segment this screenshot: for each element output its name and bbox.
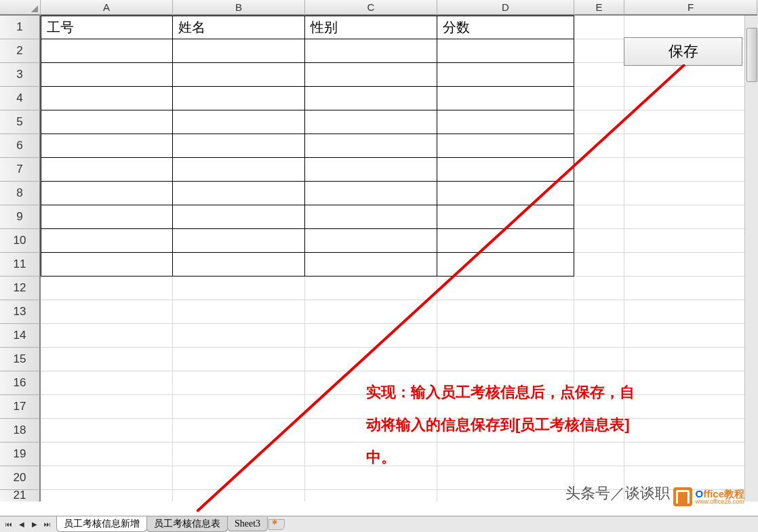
cell-B5[interactable] (173, 110, 305, 134)
cell-C1[interactable]: 性别 (305, 16, 437, 39)
row-header-6[interactable]: 6 (0, 134, 41, 158)
cell-A9[interactable] (41, 205, 173, 229)
cell-A16[interactable] (41, 371, 173, 395)
cell-B2[interactable] (173, 39, 305, 63)
row-header-20[interactable]: 20 (0, 466, 41, 490)
cell-D6[interactable] (437, 134, 574, 158)
cell-B8[interactable] (173, 182, 305, 205)
cell-C2[interactable] (305, 39, 437, 63)
cell-C6[interactable] (305, 134, 437, 158)
sheet-tab-2[interactable]: 员工考核信息表 (146, 516, 228, 532)
column-header-D[interactable]: D (437, 0, 574, 16)
scroll-thumb[interactable] (746, 28, 757, 82)
tab-nav-first[interactable]: ⏮ (3, 518, 15, 531)
cell-B16[interactable] (173, 371, 305, 395)
cell-D5[interactable] (437, 110, 574, 134)
cell-D13[interactable] (437, 300, 574, 324)
row-header-4[interactable]: 4 (0, 87, 41, 110)
cell-D8[interactable] (437, 182, 574, 205)
cell-E2[interactable] (574, 39, 624, 63)
cell-F17[interactable] (624, 395, 757, 419)
cell-F13[interactable] (624, 300, 757, 324)
row-header-16[interactable]: 16 (0, 371, 41, 395)
cell-B9[interactable] (173, 205, 305, 229)
column-header-A[interactable]: A (41, 0, 173, 16)
cell-A3[interactable] (41, 63, 173, 87)
cell-D7[interactable] (437, 158, 574, 182)
cell-D4[interactable] (437, 87, 574, 110)
row-header-1[interactable]: 1 (0, 16, 41, 39)
cell-F5[interactable] (624, 110, 757, 134)
cell-A10[interactable] (41, 229, 173, 253)
cell-B7[interactable] (173, 158, 305, 182)
cell-E10[interactable] (574, 229, 624, 253)
cell-D12[interactable] (437, 277, 574, 300)
cell-F4[interactable] (624, 87, 757, 110)
row-header-2[interactable]: 2 (0, 39, 41, 63)
cell-F11[interactable] (624, 253, 757, 277)
cell-A21[interactable] (41, 490, 173, 502)
cell-A5[interactable] (41, 110, 173, 134)
cell-B19[interactable] (173, 443, 305, 466)
cell-D9[interactable] (437, 205, 574, 229)
row-header-18[interactable]: 18 (0, 419, 41, 443)
row-header-19[interactable]: 19 (0, 443, 41, 466)
cell-B20[interactable] (173, 466, 305, 490)
row-header-17[interactable]: 17 (0, 395, 41, 419)
row-header-8[interactable]: 8 (0, 182, 41, 205)
cell-A7[interactable] (41, 158, 173, 182)
cell-E11[interactable] (574, 253, 624, 277)
cell-C15[interactable] (305, 348, 437, 371)
cell-B11[interactable] (173, 253, 305, 277)
cell-F19[interactable] (624, 443, 757, 466)
cell-B6[interactable] (173, 134, 305, 158)
cell-C9[interactable] (305, 205, 437, 229)
cell-E4[interactable] (574, 87, 624, 110)
cell-F8[interactable] (624, 182, 757, 205)
tab-nav-next[interactable]: ▶ (28, 518, 41, 531)
cell-B13[interactable] (173, 300, 305, 324)
cell-B3[interactable] (173, 63, 305, 87)
tab-nav-prev[interactable]: ◀ (16, 518, 28, 531)
cell-B18[interactable] (173, 419, 305, 443)
cell-F14[interactable] (624, 324, 757, 348)
cell-D1[interactable]: 分数 (437, 16, 574, 39)
row-header-15[interactable]: 15 (0, 348, 41, 371)
cell-F18[interactable] (624, 419, 757, 443)
row-header-7[interactable]: 7 (0, 158, 41, 182)
cell-A6[interactable] (41, 134, 173, 158)
select-all-corner[interactable] (0, 0, 41, 16)
cell-A13[interactable] (41, 300, 173, 324)
cell-A8[interactable] (41, 182, 173, 205)
row-header-10[interactable]: 10 (0, 229, 41, 253)
cell-F12[interactable] (624, 277, 757, 300)
cell-C12[interactable] (305, 277, 437, 300)
row-header-13[interactable]: 13 (0, 300, 41, 324)
cell-C5[interactable] (305, 110, 437, 134)
cell-C10[interactable] (305, 229, 437, 253)
cell-E3[interactable] (574, 63, 624, 87)
vertical-scrollbar[interactable] (744, 16, 758, 502)
cell-F15[interactable] (624, 348, 757, 371)
cell-D2[interactable] (437, 39, 574, 63)
column-header-B[interactable]: B (173, 0, 305, 16)
cell-C14[interactable] (305, 324, 437, 348)
cell-A17[interactable] (41, 395, 173, 419)
cell-B15[interactable] (173, 348, 305, 371)
cell-F9[interactable] (624, 205, 757, 229)
cell-E8[interactable] (574, 182, 624, 205)
row-header-21[interactable]: 21 (0, 490, 41, 502)
cell-B17[interactable] (173, 395, 305, 419)
cell-C4[interactable] (305, 87, 437, 110)
cell-B14[interactable] (173, 324, 305, 348)
row-header-3[interactable]: 3 (0, 63, 41, 87)
cell-A4[interactable] (41, 87, 173, 110)
row-header-11[interactable]: 11 (0, 253, 41, 277)
sheet-tab-3[interactable]: Sheet3 (227, 517, 268, 531)
cell-B4[interactable] (173, 87, 305, 110)
column-header-C[interactable]: C (305, 0, 437, 16)
cell-C11[interactable] (305, 253, 437, 277)
cell-C7[interactable] (305, 158, 437, 182)
new-sheet-button[interactable] (268, 519, 285, 530)
cell-F6[interactable] (624, 134, 757, 158)
